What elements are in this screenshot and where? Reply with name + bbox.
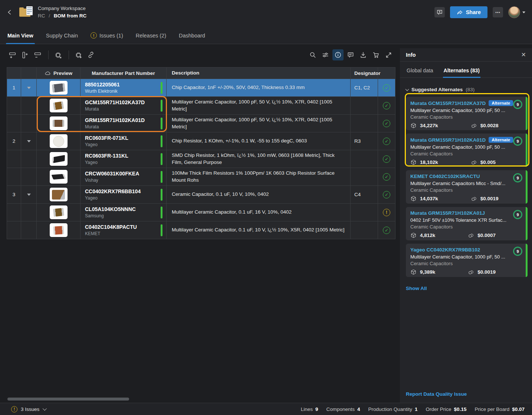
stock-box-icon (410, 269, 417, 275)
part-preview-image[interactable] (50, 134, 68, 148)
table-row[interactable]: 3 CC0402KRX7R6BB104Yageo Ceramic Capacit… (7, 185, 395, 203)
availability-bar (526, 97, 528, 130)
alternate-card[interactable]: Yageo CC0402KRX7R9BB102 Multilayer Ceram… (406, 244, 528, 277)
download-icon (359, 51, 367, 59)
download-button[interactable] (358, 49, 369, 60)
column-header-preview[interactable]: Preview (37, 67, 81, 79)
alternate-description: Multilayer Ceramic Capacitor, 1000 pF, 5… (410, 108, 518, 113)
comments-panel-button[interactable] (345, 49, 356, 60)
tab-global-data[interactable]: Global data (406, 67, 434, 78)
alternate-part-link[interactable]: Yageo CC0402KRX7R9BB102 (410, 247, 480, 253)
user-menu[interactable] (508, 6, 525, 18)
alternate-card[interactable]: Murata GRM155R71H102KA01D Alternate Mult… (406, 134, 528, 167)
add-component-button[interactable] (73, 49, 84, 60)
manufacturer-text: Wurth Elektronik (85, 88, 162, 94)
table-row[interactable]: 1 885012205061Wurth Elektronik Chip Capa… (7, 79, 395, 96)
toolbar-separator (69, 50, 69, 59)
tab-alternates[interactable]: Alternates (83) (443, 67, 480, 78)
designator-text: C1, C2 (351, 79, 378, 96)
fullscreen-button[interactable] (383, 49, 394, 60)
collapse-caret-icon[interactable] (27, 87, 31, 89)
breadcrumb-current: BOM from RC (54, 13, 87, 19)
alternate-badge: Alternate (489, 137, 513, 143)
more-options-button[interactable]: ••• (493, 7, 503, 17)
table-row[interactable]: 2 RC0603FR-071KLYageo Chip Resistor, 1 K… (7, 132, 395, 150)
alternate-description: Multilayer Ceramic Capacitor, 1000 pF, 5… (410, 144, 518, 150)
manufacturer-text: KEMET (85, 231, 162, 237)
cart-button[interactable] (370, 49, 381, 60)
tab-releases[interactable]: Releases (2) (134, 33, 168, 44)
table-row[interactable]: CRCW06031K00FKEAVishay 100Mw Thick Film … (7, 168, 395, 185)
back-button[interactable] (4, 7, 15, 17)
alternate-part-link[interactable]: KEMET C0402C102K5RACTU (410, 174, 480, 179)
part-preview-image[interactable] (50, 152, 68, 166)
add-column-button[interactable] (19, 49, 30, 60)
table-row[interactable]: RC0603FR-131KLYageo SMD Chip Resistor, 1… (7, 150, 395, 168)
collapse-caret-icon[interactable] (27, 140, 31, 142)
part-preview-image[interactable] (50, 116, 68, 130)
comment-lines-icon (347, 51, 354, 59)
alternate-part-link[interactable]: Murata GRM155R71H102KA01D (410, 137, 486, 143)
alternate-card[interactable]: KEMET C0402C102K5RACTU Multilayer Cerami… (406, 170, 528, 204)
ellipsis-icon: ••• (495, 10, 500, 14)
tab-main-view[interactable]: Main View (6, 33, 35, 44)
show-all-link[interactable]: Show All (400, 280, 532, 296)
alternate-part-link[interactable]: Murata GCM155R71H102KA37D (410, 101, 486, 106)
part-preview-image[interactable] (50, 223, 68, 237)
info-panel-button[interactable] (332, 49, 344, 60)
table-row[interactable]: GCM155R71H102KA37DMurata Multilayer Cera… (7, 96, 395, 114)
table-row[interactable]: GRM155R71H102KA01DMurata Multilayer Cera… (7, 114, 395, 132)
table-row[interactable]: C0402C104K8PACTUKEMET Multilayer Ceramic… (7, 221, 395, 239)
alternate-part-link[interactable]: Murata GRM155R71H102KA01J (410, 210, 485, 216)
column-header-designator[interactable]: Designator (351, 67, 378, 79)
horizontal-scrollbar[interactable] (7, 398, 129, 401)
replace-component-button[interactable] (52, 49, 63, 60)
filter-button[interactable] (320, 49, 331, 60)
replace-component-icon (54, 51, 62, 59)
report-data-quality-link[interactable]: Report Data Quality Issue (406, 391, 467, 397)
avatar[interactable] (508, 6, 520, 18)
share-button[interactable]: Share (450, 6, 487, 18)
mpn-text: C0402C104K8PACTU (85, 224, 162, 230)
remove-line-icon (34, 51, 42, 59)
description-text: Ceramic Capacitor, 0.1 uF, 10 V, 10%, 04… (167, 186, 351, 203)
add-line-button[interactable] (7, 49, 18, 60)
close-icon[interactable]: ✕ (521, 51, 526, 58)
table-row[interactable]: CL05A104KO5NNNCSamsung Multilayer Cerami… (7, 203, 395, 221)
search-button[interactable] (307, 49, 318, 60)
description-text: Multilayer Ceramic Capacitor, 1000 pF, 5… (167, 97, 351, 114)
tab-issues[interactable]: ! Issues (1) (89, 32, 125, 44)
search-icon (309, 51, 316, 59)
breadcrumb-parent[interactable]: RC (38, 13, 45, 19)
description-text: Multilayer Ceramic Capacitor, 0.1 uF, 16… (167, 204, 351, 221)
stock-value: 18,102k (420, 159, 438, 165)
price-value: $0.0019 (477, 269, 496, 275)
part-preview-image[interactable] (50, 81, 68, 95)
alternate-card[interactable]: Murata GCM155R71H102KA37D Alternate Mult… (406, 97, 528, 130)
stock-value: 9,389k (420, 269, 435, 275)
status-ok-icon: ✓ (383, 84, 390, 92)
tab-dashboard[interactable]: Dashboard (177, 33, 207, 44)
link-button[interactable] (85, 49, 96, 60)
info-icon (334, 51, 342, 59)
part-preview-image[interactable] (50, 205, 68, 219)
column-header-description[interactable]: Description (167, 67, 351, 79)
tab-supply-chain[interactable]: Supply Chain (45, 33, 79, 44)
alternate-card[interactable]: Murata GRM155R71H102KA01J 0402 1nF 50V ±… (406, 207, 528, 240)
column-header-mpn[interactable]: Manufacturer Part Number (92, 70, 155, 76)
part-preview-image[interactable] (50, 99, 68, 112)
stock-value: 34,227k (420, 123, 438, 128)
issues-summary[interactable]: ! 3 Issues (11, 406, 46, 412)
alternate-description: Multilayer Ceramic Capacitor, 1000 pF, 5… (410, 254, 518, 260)
comments-button[interactable] (434, 7, 445, 17)
issues-warning-icon: ! (11, 406, 17, 412)
status-ok-icon: ✓ (383, 227, 390, 234)
part-preview-image[interactable] (50, 170, 68, 184)
part-preview-image[interactable] (50, 188, 68, 201)
chevron-down-icon[interactable] (522, 11, 525, 13)
manufacturer-text: Vishay (85, 177, 162, 183)
remove-line-button[interactable] (32, 49, 43, 60)
collapse-caret-icon[interactable] (27, 194, 31, 196)
suggested-alternates-section-header[interactable]: Suggested Alternates (83) (400, 78, 532, 97)
status-ok-icon: ✓ (383, 138, 390, 145)
